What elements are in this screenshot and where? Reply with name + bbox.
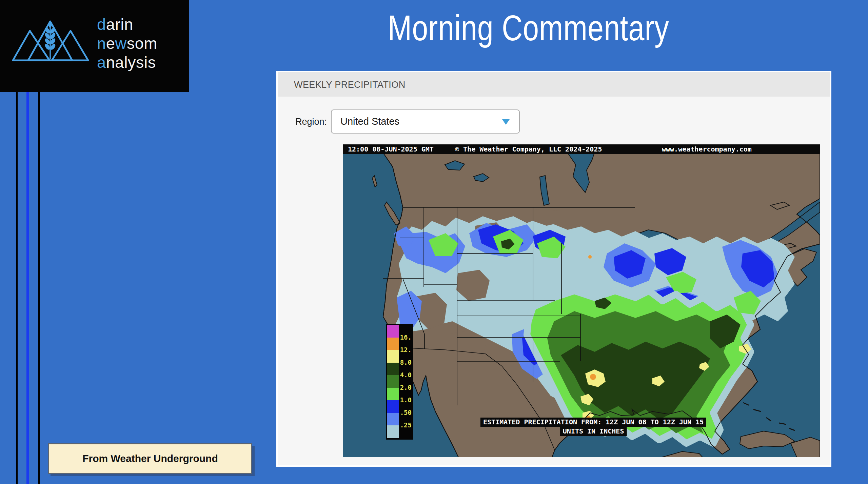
legend-label: 2.0 [396, 384, 412, 391]
chevron-down-icon [502, 119, 510, 125]
legend-label: .25 [396, 421, 412, 429]
legend-label: 16. [396, 334, 412, 341]
region-dropdown-value: United States [340, 110, 399, 133]
legend-label: 8.0 [396, 359, 412, 366]
vertical-line-black-2 [38, 92, 40, 484]
panel-header: WEEKLY PRECIPITATION [278, 72, 830, 97]
map-timestamp: 12:00 08-JUN-2025 GMT [348, 144, 434, 154]
us-precipitation-map-graphic [343, 144, 820, 457]
mountain-wheat-logo-icon [9, 16, 91, 62]
region-dropdown[interactable]: United States [331, 109, 520, 134]
map-copyright: © The Weather Company, LLC 2024-2025 [455, 144, 602, 154]
legend-label: .50 [396, 409, 412, 416]
precipitation-legend: 16. 12. 8.0 4.0 2.0 1.0 .50 .25 [386, 324, 413, 440]
weekly-precipitation-panel: WEEKLY PRECIPITATION Region: United Stat… [276, 71, 831, 467]
weather-map-image: 12:00 08-JUN-2025 GMT © The Weather Comp… [343, 144, 820, 457]
legend-label: 4.0 [396, 371, 412, 379]
page-title: Morning Commentary [189, 7, 868, 48]
legend-label: 1.0 [396, 396, 412, 404]
logo-wordmark: darin newsom analysis [97, 15, 157, 72]
map-footer-range: ESTIMATED PRECIPITATION FROM: 12Z JUN 08… [480, 418, 706, 427]
vertical-line-black-1 [16, 92, 18, 484]
legend-label: 12. [396, 346, 412, 354]
source-note-box: From Weather Underground [48, 443, 252, 474]
vertical-line-blue [26, 92, 29, 484]
slide: darin newsom analysis Morning Commentary… [0, 0, 868, 484]
logo-box: darin newsom analysis [0, 0, 189, 92]
map-header-bar: 12:00 08-JUN-2025 GMT © The Weather Comp… [343, 144, 820, 154]
region-label: Region: [295, 117, 327, 127]
map-footer-units: UNITS IN INCHES [560, 427, 627, 436]
map-url: www.weathercompany.com [662, 144, 752, 154]
